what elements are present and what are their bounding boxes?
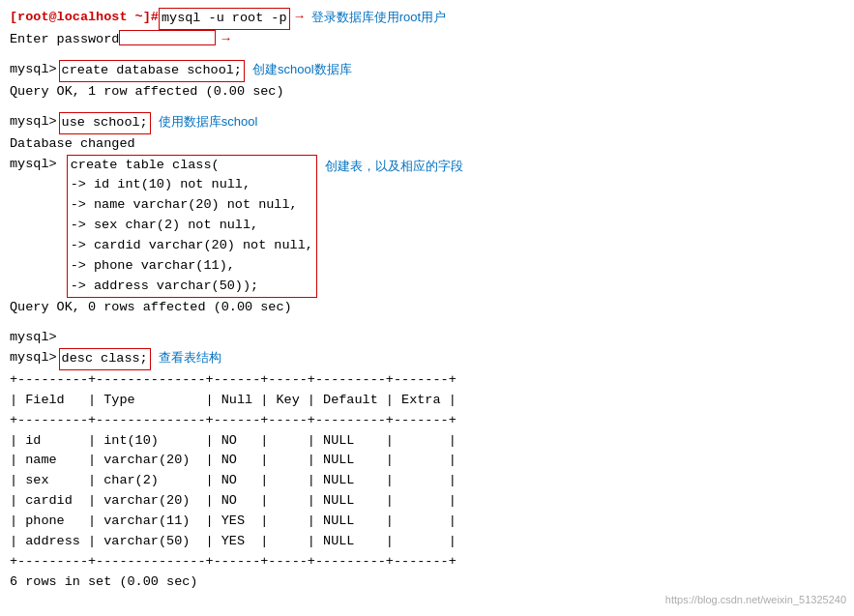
create-table-line5: -> cardid varchar(20) not null, — [71, 238, 313, 252]
arrow-password: → — [221, 30, 229, 50]
line-create-table: mysql> create table class( -> id int(10)… — [10, 155, 844, 298]
watermark: https://blog.csdn.net/weixin_51325240 — [665, 592, 846, 608]
desc-class-cmd-box: desc class; — [59, 348, 151, 370]
space-before-create — [59, 155, 67, 175]
table-sep-top: +---------+--------------+------+-----+-… — [10, 370, 844, 391]
mysql-cmd-box: mysql -u root -p — [159, 8, 290, 30]
use-school-cmd-box: use school; — [59, 112, 151, 134]
line-root-prompt: [root@localhost ~]# mysql -u root -p → 登… — [10, 8, 844, 30]
create-table-line7: -> address varchar(50)); — [71, 279, 258, 293]
annotation-create-table: 创建表，以及相应的字段 — [325, 157, 463, 176]
table-sep-header: +---------+--------------+------+-----+-… — [10, 411, 844, 431]
create-table-cmd-box: create table class( -> id int(10) not nu… — [67, 155, 317, 298]
table-header-row: | Field | Type | Null | Key | Default | … — [10, 391, 844, 411]
table-row-sex: | sex | char(2) | NO | | NULL | | — [10, 471, 844, 491]
table-row-address: | address | varchar(50) | YES | | NULL |… — [10, 532, 844, 552]
line-desc-class: mysql> desc class; 查看表结构 — [10, 348, 844, 370]
table-row-name: | name | varchar(20) | NO | | NULL | | — [10, 451, 844, 471]
root-prompt: [root@localhost ~]# — [10, 8, 159, 28]
create-table-line4: -> sex char(2) not null, — [71, 218, 258, 232]
table-sep-bottom: +---------+--------------+------+-----+-… — [10, 552, 844, 572]
terminal-window: [root@localhost ~]# mysql -u root -p → 登… — [0, 0, 854, 616]
create-db-cmd-box: create database school; — [59, 60, 245, 82]
enter-password-label: Enter password — [10, 30, 119, 50]
line-query-ok-0: Query OK, 0 rows affected (0.00 sec) — [10, 298, 844, 318]
table-row-phone: | phone | varchar(11) | YES | | NULL | | — [10, 512, 844, 532]
line-create-db: mysql> create database school; 创建school数… — [10, 60, 844, 82]
line-enter-password: Enter password → — [10, 30, 844, 50]
spacer3 — [10, 318, 844, 328]
rows-in-set: 6 rows in set (0.00 sec) — [10, 572, 844, 593]
annotation-use-school: 使用数据库school — [159, 112, 258, 132]
arrow-annotation1: → — [296, 8, 304, 28]
create-table-line3: -> name varchar(20) not null, — [71, 197, 298, 212]
mysql-prompt-2: mysql> — [10, 112, 57, 132]
spacer2 — [10, 103, 844, 112]
mysql-prompt-1: mysql> — [10, 60, 57, 80]
line-mysql-blank: mysql> — [10, 328, 844, 348]
create-table-line6: -> phone varchar(11), — [71, 258, 235, 273]
spacer1 — [10, 50, 844, 60]
annotation-create-db: 创建school数据库 — [252, 60, 352, 79]
table-row-cardid: | cardid | varchar(20) | NO | | NULL | | — [10, 491, 844, 512]
line-db-changed: Database changed — [10, 134, 844, 155]
annotation-login: 登录数据库使用root用户 — [311, 8, 446, 27]
mysql-prompt-4: mysql> — [10, 348, 57, 368]
password-input-box[interactable] — [119, 30, 216, 45]
create-table-line1: create table class( — [71, 158, 220, 172]
mysql-prompt-3: mysql> — [10, 155, 57, 175]
annotation-desc: 查看表结构 — [159, 348, 221, 367]
table-row-id: | id | int(10) | NO | | NULL | | — [10, 431, 844, 452]
line-use-school: mysql> use school; 使用数据库school — [10, 112, 844, 134]
create-table-line2: -> id int(10) not null, — [71, 177, 250, 191]
line-query-ok-1: Query OK, 1 row affected (0.00 sec) — [10, 82, 844, 103]
